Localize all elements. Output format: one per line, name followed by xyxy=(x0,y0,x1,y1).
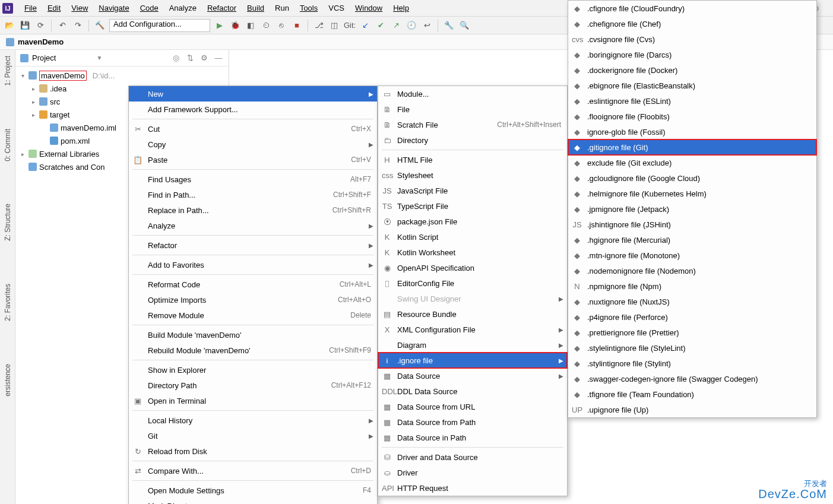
wrench-icon[interactable]: 🔧 xyxy=(443,20,455,31)
menu-item-nodemonignore-file-nodemon[interactable]: ◆.nodemonignore file (Nodemon) xyxy=(568,263,816,278)
menu-item-mtn-ignore-file-monotone[interactable]: ◆.mtn-ignore file (Monotone) xyxy=(568,248,816,263)
submenu-new[interactable]: ▭Module...🗎File🗎Scratch FileCtrl+Alt+Shi… xyxy=(378,85,568,496)
menu-item-prettierignore-file-prettier[interactable]: ◆.prettierignore file (Prettier) xyxy=(568,325,816,340)
expand-arrow-icon[interactable]: ▸ xyxy=(30,99,37,105)
menu-item-add-to-favorites[interactable]: Add to Favorites▶ xyxy=(129,257,377,272)
menu-item-reformat-code[interactable]: Reformat CodeCtrl+Alt+L xyxy=(129,277,377,292)
menu-item-local-history[interactable]: Local History▶ xyxy=(129,413,377,428)
menu-item-copy[interactable]: Copy▶ xyxy=(129,137,377,152)
tab-commit[interactable]: 0: Commit xyxy=(4,125,12,165)
menu-item-gitignore-file-git[interactable]: ◆.gitignore file (Git) xyxy=(568,140,816,155)
run-config-combo[interactable]: Add Configuration... xyxy=(109,19,210,32)
menu-item-data-source[interactable]: ▦Data Source▶ xyxy=(378,368,567,383)
menu-item-jpmignore-file-jetpack[interactable]: ◆.jpmignore file (Jetpack) xyxy=(568,201,816,217)
debug-icon[interactable]: 🐞 xyxy=(229,20,241,31)
menu-item-reload-from-disk[interactable]: ↻Reload from Disk xyxy=(129,443,377,459)
menu-item-refactor[interactable]: Refactor▶ xyxy=(129,237,377,253)
menu-item-swing-ui-designer[interactable]: Swing UI Designer▶ xyxy=(378,291,567,306)
menu-item-dockerignore-file-docker[interactable]: ◆.dockerignore file (Docker) xyxy=(568,62,816,78)
menu-item-open-in-terminal[interactable]: ▣Open in Terminal xyxy=(129,393,377,408)
menu-item-file[interactable]: 🗎File xyxy=(378,102,567,117)
menu-item-flooignore-file-floobits[interactable]: ◆.flooignore file (Floobits) xyxy=(568,109,816,124)
menu-window[interactable]: Window xyxy=(350,4,388,12)
refresh-icon[interactable]: ⟳ xyxy=(34,20,46,31)
rollback-icon[interactable]: ↩ xyxy=(421,20,433,31)
menu-item-nuxtignore-file-nuxtjs[interactable]: ◆.nuxtignore file (NuxtJS) xyxy=(568,294,816,309)
menu-item-cut[interactable]: ✂CutCtrl+X xyxy=(129,121,377,137)
tab-persistence[interactable]: ersistence xyxy=(4,360,12,400)
menu-item-find-usages[interactable]: Find UsagesAlt+F7 xyxy=(129,172,377,187)
tab-favorites[interactable]: 2: Favorites xyxy=(4,280,12,325)
tab-project[interactable]: 1: Project xyxy=(4,52,12,90)
menu-help[interactable]: Help xyxy=(388,4,414,12)
menu-item-npmignore-file-npm[interactable]: N.npmignore file (Npm) xyxy=(568,278,816,294)
menu-item-editorconfig-file[interactable]: ⌷EditorConfig File xyxy=(378,275,567,291)
context-menu-main[interactable]: New▶Add Framework Support...✂CutCtrl+XCo… xyxy=(128,85,378,504)
menu-view[interactable]: View xyxy=(66,4,93,12)
menu-item-directory[interactable]: 🗀Directory xyxy=(378,132,567,148)
expand-arrow-icon[interactable]: ▸ xyxy=(30,112,37,118)
menu-item-cvsignore-file-cvs[interactable]: cvs.cvsignore file (Cvs) xyxy=(568,31,816,47)
menu-item-javascript-file[interactable]: JSJavaScript File xyxy=(378,183,567,198)
menu-item-open-module-settings[interactable]: Open Module SettingsF4 xyxy=(129,483,377,498)
profile-icon[interactable]: ⏲ xyxy=(260,20,272,31)
menu-item-ddl-data-source[interactable]: DDLDDL Data Source xyxy=(378,383,567,399)
menu-item-typescript-file[interactable]: TSTypeScript File xyxy=(378,198,567,214)
menu-item-eslintignore-file-eslint[interactable]: ◆.eslintignore file (ESLint) xyxy=(568,93,816,109)
expand-arrow-icon[interactable]: ▸ xyxy=(19,151,26,157)
menu-item-show-in-explorer[interactable]: Show in Explorer xyxy=(129,362,377,378)
gear-icon[interactable]: ⚙ xyxy=(199,53,210,64)
target-icon[interactable]: ◎ xyxy=(170,53,181,64)
coverage-icon[interactable]: ◧ xyxy=(245,20,256,31)
menu-item-paste[interactable]: 📋PasteCtrl+V xyxy=(129,152,377,167)
menu-item-p4ignore-file-perforce[interactable]: ◆.p4ignore file (Perforce) xyxy=(568,309,816,325)
menu-item-boringignore-file-darcs[interactable]: ◆.boringignore file (Darcs) xyxy=(568,47,816,62)
menu-item-analyze[interactable]: Analyze▶ xyxy=(129,218,377,233)
menu-build[interactable]: Build xyxy=(242,4,270,12)
menu-vcs[interactable]: VCS xyxy=(323,4,350,12)
breadcrumb-root[interactable]: mavenDemo xyxy=(18,37,64,46)
menu-item-tfignore-file-team-foundation[interactable]: ◆.tfignore file (Team Foundation) xyxy=(568,386,816,402)
update-icon[interactable]: ↙ xyxy=(359,20,371,31)
menu-item-module[interactable]: ▭Module... xyxy=(378,86,567,102)
menu-item-data-source-from-path[interactable]: ▦Data Source from Path xyxy=(378,414,567,430)
menu-item-mark-directory-as[interactable]: Mark Directory as▶ xyxy=(129,498,377,504)
pane-title[interactable]: Project xyxy=(32,53,93,62)
attach-icon[interactable]: ⎋ xyxy=(275,20,287,31)
menu-item-git[interactable]: Git▶ xyxy=(129,428,377,443)
menu-item-swagger-codegen-ignore-file-swagger-codegen[interactable]: ◆.swagger-codegen-ignore file (Swagger C… xyxy=(568,371,816,386)
menu-item-build-module-mavendemo[interactable]: Build Module 'mavenDemo' xyxy=(129,327,377,343)
menu-item-helmignore-file-kubernetes-helm[interactable]: ◆.helmignore file (Kubernetes Helm) xyxy=(568,186,816,201)
tree-node-mavendemo[interactable]: ▾mavenDemoD:\id... xyxy=(15,69,229,82)
menu-item-compare-with[interactable]: ⇄Compare With...Ctrl+D xyxy=(129,463,377,478)
git-branch-icon[interactable]: ⎇ xyxy=(313,20,325,31)
hammer-icon[interactable]: 🔨 xyxy=(94,20,106,31)
menu-item-rebuild-module-mavendemo[interactable]: Rebuild Module 'mavenDemo'Ctrl+Shift+F9 xyxy=(129,343,377,358)
menu-item-upignore-file-up[interactable]: UP.upignore file (Up) xyxy=(568,402,816,417)
menu-item-ebignore-file-elasticbeanstalk[interactable]: ◆.ebignore file (ElasticBeanstalk) xyxy=(568,78,816,93)
menu-item-optimize-imports[interactable]: Optimize ImportsCtrl+Alt+O xyxy=(129,292,377,308)
save-icon[interactable]: 💾 xyxy=(19,20,31,31)
menu-analyze[interactable]: Analyze xyxy=(164,4,202,12)
menu-item-driver[interactable]: ⛀Driver xyxy=(378,465,567,480)
collapse-icon[interactable]: — xyxy=(213,53,224,64)
menu-item-xml-configuration-file[interactable]: XXML Configuration File▶ xyxy=(378,322,567,337)
menu-item-hgignore-file-mercurial[interactable]: ◆.hgignore file (Mercurial) xyxy=(568,232,816,248)
menu-code[interactable]: Code xyxy=(135,4,164,12)
menu-refactor[interactable]: Refactor xyxy=(202,4,242,12)
open-icon[interactable]: 📂 xyxy=(4,20,15,31)
menu-edit[interactable]: Edit xyxy=(42,4,66,12)
menu-item-chefignore-file-chef[interactable]: ◆.chefignore file (Chef) xyxy=(568,16,816,31)
menu-item-ignore-file[interactable]: i.ignore file▶ xyxy=(378,353,567,368)
history-icon[interactable]: 🕘 xyxy=(406,20,417,31)
menu-item-stylelintignore-file-stylelint[interactable]: ◆.stylelintignore file (StyleLint) xyxy=(568,340,816,356)
expand-arrow-icon[interactable]: ▾ xyxy=(19,72,26,79)
menu-item-http-request[interactable]: APIHTTP Request xyxy=(378,480,567,496)
menu-navigate[interactable]: Navigate xyxy=(93,4,134,12)
menu-item-new[interactable]: New▶ xyxy=(129,86,377,102)
menu-item-remove-module[interactable]: Remove ModuleDelete xyxy=(129,308,377,323)
menu-item-stylintignore-file-stylint[interactable]: ◆.stylintignore file (Stylint) xyxy=(568,356,816,371)
menu-item-add-framework-support[interactable]: Add Framework Support... xyxy=(129,102,377,117)
undo-icon[interactable]: ↶ xyxy=(56,20,68,31)
menu-item-jshintignore-file-jshint[interactable]: JS.jshintignore file (JSHint) xyxy=(568,217,816,232)
